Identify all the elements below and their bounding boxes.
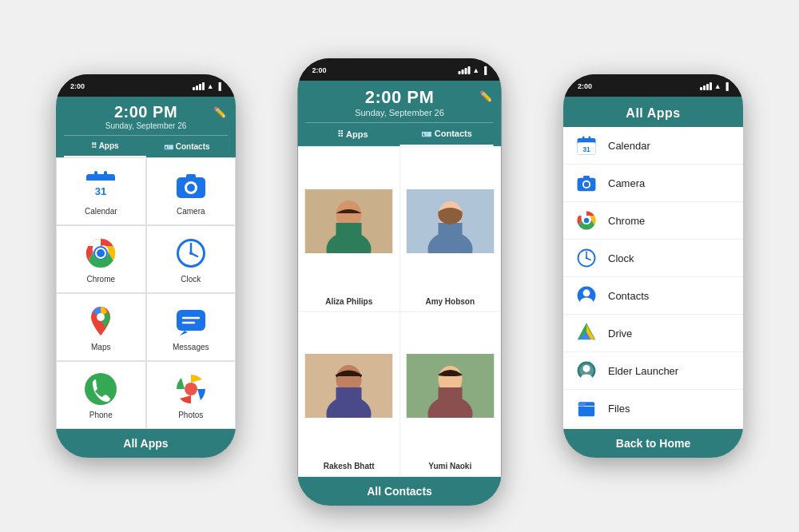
left-apps-grid: 31 Calendar Camera Chrome bbox=[56, 157, 236, 429]
svg-rect-34 bbox=[438, 223, 462, 237]
svg-point-69 bbox=[581, 374, 592, 381]
phone-center: 2:00 ▲ ▐ ✏️ 2:00 PM Sunday, September 26 bbox=[298, 58, 502, 506]
svg-rect-6 bbox=[104, 171, 107, 177]
right-status-time: 2:00 bbox=[578, 82, 592, 90]
left-status-bar: 2:00 ▲ ▐ bbox=[56, 74, 236, 97]
center-bottom-bar[interactable]: All Contacts bbox=[298, 477, 502, 506]
center-battery-icon: ▐ bbox=[482, 66, 487, 74]
calendar-icon: 31 bbox=[83, 168, 118, 203]
svg-point-50 bbox=[584, 182, 589, 187]
list-item-drive[interactable]: Drive bbox=[563, 315, 743, 352]
left-bottom-bar[interactable]: All Apps bbox=[56, 429, 236, 458]
svg-rect-47 bbox=[589, 137, 591, 141]
app-cell-photos[interactable]: Photos bbox=[146, 361, 237, 429]
left-screen: ✏️ 2:00 PM Sunday, September 26 ⠿ Apps 🪪… bbox=[56, 97, 236, 458]
left-edit-icon[interactable]: ✏️ bbox=[213, 106, 226, 118]
list-item-clock[interactable]: Clock bbox=[563, 240, 743, 277]
list-drive-icon bbox=[574, 321, 598, 345]
center-tab-apps[interactable]: ⠿ Apps bbox=[306, 123, 400, 146]
svg-point-19 bbox=[189, 252, 193, 255]
center-status-icons: ▲ ▐ bbox=[458, 66, 487, 74]
left-notch bbox=[118, 74, 174, 85]
app-cell-maps[interactable]: Maps bbox=[56, 293, 146, 361]
app-label-maps: Maps bbox=[91, 343, 110, 351]
svg-text:31: 31 bbox=[95, 185, 106, 197]
svg-rect-5 bbox=[94, 171, 97, 177]
app-label-chrome: Chrome bbox=[86, 275, 115, 284]
list-label-clock: Clock bbox=[608, 252, 634, 264]
rakesh-name: Rakesh Bhatt bbox=[322, 459, 376, 470]
app-cell-calendar[interactable]: 31 Calendar bbox=[56, 157, 146, 225]
right-bottom-bar[interactable]: Back to Home bbox=[563, 429, 743, 458]
phone-left: 2:00 ▲ ▐ ✏️ 2:00 PM Sunday, September 26 bbox=[56, 74, 236, 458]
center-header: ✏️ 2:00 PM Sunday, September 26 ⠿ Apps 🪪… bbox=[298, 81, 502, 146]
right-title: All Apps bbox=[571, 103, 735, 121]
right-status-bar: 2:00 ▲ ▐ bbox=[563, 74, 743, 97]
app-label-phone: Phone bbox=[89, 411, 113, 419]
list-camera-icon bbox=[574, 171, 598, 195]
center-date: Sunday, September 26 bbox=[306, 108, 494, 117]
list-label-calendar: Calendar bbox=[608, 140, 650, 152]
right-header: All Apps bbox=[563, 97, 743, 127]
messages-icon bbox=[173, 304, 209, 339]
list-clock-icon bbox=[574, 246, 598, 270]
contact-rakesh[interactable]: Rakesh Bhatt bbox=[300, 312, 400, 475]
contact-amy[interactable]: Amy Hobson bbox=[400, 148, 500, 311]
svg-point-20 bbox=[97, 313, 105, 321]
svg-rect-10 bbox=[186, 174, 196, 179]
center-tab-contacts[interactable]: 🪪 Contacts bbox=[400, 123, 494, 146]
app-cell-messages[interactable]: Messages bbox=[146, 293, 237, 361]
svg-text:31: 31 bbox=[582, 146, 590, 153]
contacts-grid: Aliza Philips Amy Hobson bbox=[298, 146, 502, 477]
aliza-name: Aliza Philips bbox=[324, 294, 374, 306]
right-wifi-icon: ▲ bbox=[714, 82, 721, 90]
list-label-contacts: Contacts bbox=[608, 290, 649, 302]
center-signal-bars bbox=[458, 66, 470, 74]
left-tab-contacts[interactable]: 🪪 Contacts bbox=[146, 136, 229, 157]
right-screen: All Apps 31 Calendar Camera bbox=[563, 97, 743, 458]
app-cell-phone[interactable]: Phone bbox=[56, 361, 146, 429]
left-header: ✏️ 2:00 PM Sunday, September 26 ⠿ Apps 🪪… bbox=[56, 97, 236, 157]
svg-point-61 bbox=[583, 289, 590, 296]
svg-rect-21 bbox=[177, 310, 205, 331]
list-item-camera[interactable]: Camera bbox=[563, 165, 743, 202]
aliza-photo bbox=[300, 148, 400, 294]
app-label-photos: Photos bbox=[178, 411, 203, 419]
camera-icon bbox=[173, 168, 209, 203]
chrome-icon bbox=[83, 236, 118, 271]
app-cell-clock[interactable]: Clock bbox=[146, 225, 237, 293]
signal-bar-3 bbox=[199, 84, 201, 90]
app-cell-camera[interactable]: Camera bbox=[146, 157, 237, 225]
list-item-files[interactable]: Files bbox=[563, 390, 743, 427]
scene: 2:00 ▲ ▐ ✏️ 2:00 PM Sunday, September 26 bbox=[16, 18, 783, 514]
list-item-calendar[interactable]: 31 Calendar bbox=[563, 127, 743, 165]
list-chrome-icon bbox=[574, 208, 598, 232]
amy-name: Amy Hobson bbox=[423, 294, 476, 306]
list-contacts-icon bbox=[574, 284, 598, 308]
list-item-contacts[interactable]: Contacts bbox=[563, 277, 743, 315]
app-cell-chrome[interactable]: Chrome bbox=[56, 225, 146, 293]
svg-rect-71 bbox=[578, 402, 586, 406]
contact-aliza[interactable]: Aliza Philips bbox=[300, 148, 400, 311]
right-battery-icon: ▐ bbox=[724, 82, 729, 90]
list-label-drive: Drive bbox=[608, 328, 632, 339]
svg-point-59 bbox=[586, 257, 588, 260]
phone-right: 2:00 ▲ ▐ All Apps 31 bbox=[563, 74, 743, 458]
center-edit-icon[interactable]: ✏️ bbox=[479, 90, 492, 102]
list-item-chrome[interactable]: Chrome bbox=[563, 202, 743, 240]
phone-icon bbox=[83, 371, 118, 407]
svg-point-62 bbox=[580, 298, 594, 307]
app-label-calendar: Calendar bbox=[85, 207, 117, 216]
center-tabs: ⠿ Apps 🪪 Contacts bbox=[306, 122, 494, 146]
app-label-messages: Messages bbox=[173, 343, 209, 351]
right-status-icons: ▲ ▐ bbox=[700, 82, 729, 90]
list-item-elder[interactable]: Elder Launcher bbox=[563, 352, 743, 390]
all-apps-list: 31 Calendar Camera Chrome bbox=[563, 127, 743, 429]
svg-point-68 bbox=[583, 365, 590, 372]
amy-photo bbox=[400, 148, 500, 294]
contact-yumi[interactable]: Yumi Naoki bbox=[400, 312, 500, 475]
battery-icon: ▐ bbox=[217, 82, 221, 90]
left-tab-apps[interactable]: ⠿ Apps bbox=[64, 136, 146, 157]
maps-icon bbox=[83, 304, 118, 339]
app-label-clock: Clock bbox=[181, 275, 201, 284]
